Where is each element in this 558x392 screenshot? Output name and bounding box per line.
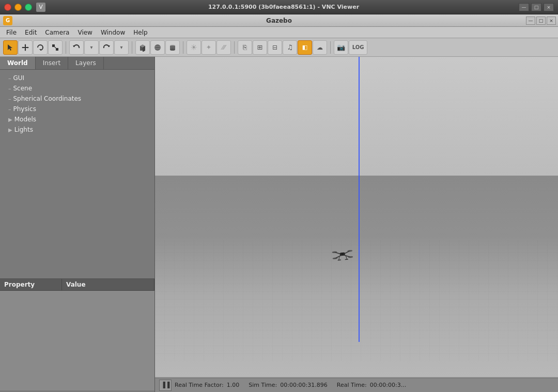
cube-button[interactable] — [135, 40, 150, 55]
view-tools-group: ⎘ ⊞ ⊟ ♫ ◧ ☁ — [238, 40, 327, 55]
window-minimize-ctrl[interactable]: — — [519, 3, 529, 11]
sphere-icon — [153, 43, 162, 52]
real-time-label2: Real Time: — [337, 382, 367, 388]
menu-help[interactable]: Help — [129, 28, 151, 37]
tree-item-spherical[interactable]: – Spherical Coordinates — [0, 93, 154, 104]
gazebo-app-icon: G — [3, 16, 12, 25]
svg-point-19 — [170, 49, 175, 51]
window-maximize-ctrl[interactable]: □ — [531, 3, 541, 11]
translate-tool-button[interactable] — [18, 40, 33, 55]
select-tool-button[interactable] — [3, 40, 18, 55]
tab-insert[interactable]: Insert — [36, 57, 68, 69]
redo-arrow-button[interactable]: ▾ — [114, 40, 129, 55]
menu-view[interactable]: View — [73, 28, 96, 37]
orange-mode-button[interactable]: ◧ — [298, 40, 312, 55]
svg-marker-5 — [27, 46, 29, 48]
ground-texture — [155, 240, 558, 361]
panel-tabs: World Insert Layers — [0, 57, 154, 70]
gazebo-min-ctrl[interactable]: — — [526, 17, 535, 25]
redo-button[interactable] — [99, 40, 114, 55]
tab-layers[interactable]: Layers — [68, 57, 104, 69]
lights-group: ☀ ✦ ⁄⁄⁄ — [187, 40, 231, 55]
cylinder-button[interactable] — [165, 40, 180, 55]
scale-tool-button[interactable] — [48, 40, 63, 55]
drone — [332, 246, 354, 265]
translate-icon — [21, 43, 29, 52]
shapes-group — [135, 40, 180, 55]
maximize-button[interactable] — [25, 4, 32, 11]
dash-icon: – — [8, 96, 11, 102]
sphere-button[interactable] — [150, 40, 165, 55]
svg-line-31 — [338, 260, 341, 261]
close-button[interactable] — [4, 4, 11, 11]
copy-button[interactable]: ⎘ — [238, 40, 252, 55]
tab-world[interactable]: World — [0, 57, 36, 69]
minimize-button[interactable] — [14, 4, 22, 11]
screenshot-button[interactable]: 📷 — [334, 40, 348, 55]
tree-item-scene[interactable]: – Scene — [0, 83, 154, 93]
viewport-canvas: ▐▐ Real Time Factor: 1.00 Sim Time: 00:0… — [155, 57, 558, 392]
rotate-icon — [36, 43, 44, 52]
log-button[interactable]: LOG — [349, 40, 367, 55]
undo-button[interactable] — [69, 40, 84, 55]
play-pause-button[interactable]: ▐▐ — [159, 380, 172, 391]
menu-window[interactable]: Window — [97, 28, 129, 37]
svg-marker-3 — [25, 50, 26, 51]
svg-point-15 — [154, 44, 161, 51]
rotate-tool-button[interactable] — [33, 40, 48, 55]
gazebo-max-ctrl[interactable]: □ — [536, 17, 546, 25]
window-close-ctrl[interactable]: × — [544, 3, 554, 11]
sep4 — [234, 41, 235, 54]
gazebo-close-ctrl[interactable]: × — [547, 17, 556, 25]
undo-arrow-button[interactable]: ▾ — [84, 40, 99, 55]
tree-view: – GUI – Scene – Spherical Coordinates – … — [0, 70, 154, 278]
property-col-header: Property — [0, 279, 62, 290]
tree-item-models[interactable]: ▶ Models — [0, 114, 154, 124]
app-window: G Gazebo — □ × File Edit Camera View Win… — [0, 14, 558, 392]
gazebo-titlebar: G Gazebo — □ × — [0, 14, 558, 27]
cursor-icon — [6, 43, 14, 52]
toolbar: ▾ ▾ — [0, 38, 558, 57]
svg-line-9 — [55, 47, 56, 48]
paste-button[interactable]: ⊞ — [253, 40, 267, 55]
spot-light-button[interactable]: ✦ — [202, 40, 216, 55]
sep5 — [330, 41, 331, 54]
property-panel: Property Value — [0, 278, 154, 392]
cube-icon — [138, 43, 147, 52]
sep2 — [132, 41, 132, 54]
viewport[interactable]: ▐▐ Real Time Factor: 1.00 Sim Time: 00:0… — [155, 57, 558, 392]
left-panel: World Insert Layers – GUI – Scene – Sphe… — [0, 57, 155, 392]
tree-item-physics[interactable]: – Physics — [0, 104, 154, 114]
vnc-titlebar: V 127.0.0.1:5900 (3b0faeea8561:1) - VNC … — [0, 0, 558, 14]
snap-button[interactable]: ⊟ — [268, 40, 282, 55]
real-time-factor-value: 1.00 — [227, 382, 240, 388]
cloud-button[interactable]: ☁ — [313, 40, 327, 55]
point-light-button[interactable]: ☀ — [187, 40, 201, 55]
dash-icon: – — [8, 85, 11, 92]
tree-item-gui[interactable]: – GUI — [0, 73, 154, 83]
titlebar-text: 127.0.0.1:5900 (3b0faeea8561:1) - VNC Vi… — [49, 4, 519, 10]
sep3 — [183, 41, 183, 54]
undo-icon — [72, 43, 81, 52]
cylinder-icon — [168, 43, 177, 52]
svg-marker-2 — [25, 44, 26, 45]
menu-edit[interactable]: Edit — [21, 28, 41, 37]
audio-button[interactable]: ♫ — [283, 40, 297, 55]
dir-light-button[interactable]: ⁄⁄⁄ — [216, 40, 231, 55]
main-area: World Insert Layers – GUI – Scene – Sphe… — [0, 57, 558, 392]
blue-vertical-line — [359, 57, 360, 342]
svg-point-27 — [333, 258, 338, 260]
expand-arrow-icon: ▶ — [8, 117, 12, 122]
menu-camera[interactable]: Camera — [41, 28, 73, 37]
menu-file[interactable]: File — [2, 28, 21, 37]
svg-marker-4 — [22, 46, 23, 48]
statusbar: ▐▐ Real Time Factor: 1.00 Sim Time: 00:0… — [155, 378, 558, 392]
real-time-value2: 00:00:00:3... — [370, 382, 407, 388]
vnc-icon: V — [36, 3, 45, 12]
expand-arrow-icon: ▶ — [8, 127, 12, 133]
value-col-header: Value — [62, 279, 154, 290]
tree-item-lights[interactable]: ▶ Lights — [0, 124, 154, 135]
svg-line-32 — [345, 259, 348, 260]
scale-icon — [51, 43, 59, 52]
extra-group: 📷 LOG — [334, 40, 367, 55]
